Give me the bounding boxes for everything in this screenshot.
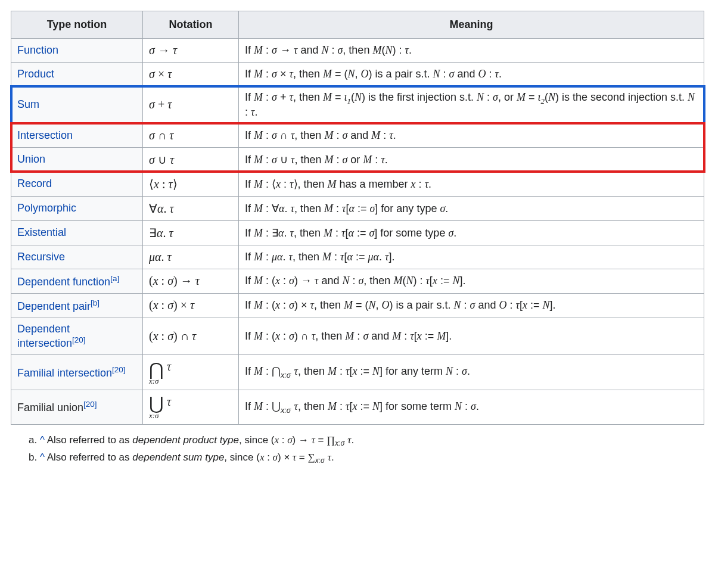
notation-cell: σ + τ [143,86,239,124]
type-notion-cell[interactable]: Dependent intersection[20] [11,318,143,354]
meaning-cell: If M : ⋂x:σ τ, then M : τ[x := N] for an… [239,354,704,390]
meaning-cell: If M : ⋃x:σ τ, then M : τ[x := N] for so… [239,390,704,425]
notation-cell: ∃α. τ [143,220,239,245]
table-row: Dependent function[a](x : σ) → τIf M : (… [11,269,704,293]
notation-cell: ∀α. τ [143,196,239,220]
type-notion-cell[interactable]: Union [11,147,143,172]
type-notion-cell[interactable]: Existential [11,220,143,245]
type-notion-cell[interactable]: Dependent pair[b] [11,293,143,318]
meaning-cell: If M : ⟨x : τ⟩, then M has a member x : … [239,172,704,196]
notation-cell: ⋂x:σ τ [143,354,239,390]
meaning-cell: If M : σ → τ and N : σ, then M(N) : τ. [239,39,704,63]
header-notation: Notation [143,11,239,39]
notation-cell: σ × τ [143,63,239,86]
meaning-cell: If M : σ × τ, then M = (N, O) is a pair … [239,63,704,86]
notation-cell: (x : σ) × τ [143,293,239,318]
header-meaning: Meaning [239,11,704,39]
type-notions-table: Type notion Notation Meaning Functionσ →… [11,11,704,425]
type-notion-cell[interactable]: Dependent function[a] [11,269,143,293]
type-notion-cell[interactable]: Intersection [11,123,143,147]
table-row: Recursiveμα. τIf M : μα. τ, then M : τ[α… [11,245,704,269]
table-row: Polymorphic∀α. τIf M : ∀α. τ, then M : τ… [11,196,704,220]
notation-cell: σ ∩ τ [143,123,239,147]
type-notion-cell[interactable]: Sum [11,86,143,124]
table-row: Productσ × τIf M : σ × τ, then M = (N, O… [11,63,704,86]
table-row: Dependent pair[b](x : σ) × τIf M : (x : … [11,293,704,318]
meaning-cell: If M : σ ∪ τ, then M : σ or M : τ. [239,147,704,172]
footnote: b. ^ Also referred to as dependent sum t… [29,452,704,465]
table-row: Record⟨x : τ⟩If M : ⟨x : τ⟩, then M has … [11,172,704,196]
type-notion-cell[interactable]: Record [11,172,143,196]
type-notion-cell[interactable]: Function [11,39,143,63]
meaning-cell: If M : (x : σ) → τ and N : σ, then M(N) … [239,269,704,293]
meaning-cell: If M : σ ∩ τ, then M : σ and M : τ. [239,123,704,147]
notation-cell: σ → τ [143,39,239,63]
type-notion-cell[interactable]: Polymorphic [11,196,143,220]
notation-cell: (x : σ) ∩ τ [143,318,239,354]
table-row: Intersectionσ ∩ τIf M : σ ∩ τ, then M : … [11,123,704,147]
table-row: Unionσ ∪ τIf M : σ ∪ τ, then M : σ or M … [11,147,704,172]
type-notion-cell[interactable]: Familial union[20] [11,390,143,425]
meaning-cell: If M : ∀α. τ, then M : τ[α := σ] for any… [239,196,704,220]
table-row: Dependent intersection[20](x : σ) ∩ τIf … [11,318,704,354]
meaning-cell: If M : μα. τ, then M : τ[α := μα. τ]. [239,245,704,269]
type-notion-cell[interactable]: Familial intersection[20] [11,354,143,390]
footnote: a. ^ Also referred to as dependent produ… [29,434,704,447]
notation-cell: μα. τ [143,245,239,269]
notation-cell: σ ∪ τ [143,147,239,172]
footnotes: a. ^ Also referred to as dependent produ… [29,434,704,465]
meaning-cell: If M : σ + τ, then M = ι1(N) is the firs… [239,86,704,124]
table-row: Familial intersection[20]⋂x:σ τIf M : ⋂x… [11,354,704,390]
table-row: Familial union[20]⋃x:σ τIf M : ⋃x:σ τ, t… [11,390,704,425]
table-body: Functionσ → τIf M : σ → τ and N : σ, the… [11,39,704,425]
header-type-notion: Type notion [11,11,143,39]
meaning-cell: If M : ∃α. τ, then M : τ[α := σ] for som… [239,220,704,245]
table-row: Existential∃α. τIf M : ∃α. τ, then M : τ… [11,220,704,245]
meaning-cell: If M : (x : σ) ∩ τ, then M : σ and M : τ… [239,318,704,354]
table-row: Functionσ → τIf M : σ → τ and N : σ, the… [11,39,704,63]
notation-cell: ⟨x : τ⟩ [143,172,239,196]
table-row: Sumσ + τIf M : σ + τ, then M = ι1(N) is … [11,86,704,124]
type-notion-cell[interactable]: Recursive [11,245,143,269]
table-header-row: Type notion Notation Meaning [11,11,704,39]
notation-cell: (x : σ) → τ [143,269,239,293]
type-notion-cell[interactable]: Product [11,63,143,86]
notation-cell: ⋃x:σ τ [143,390,239,425]
table-wrap: Type notion Notation Meaning Functionσ →… [11,11,704,425]
meaning-cell: If M : (x : σ) × τ, then M = (N, O) is a… [239,293,704,318]
